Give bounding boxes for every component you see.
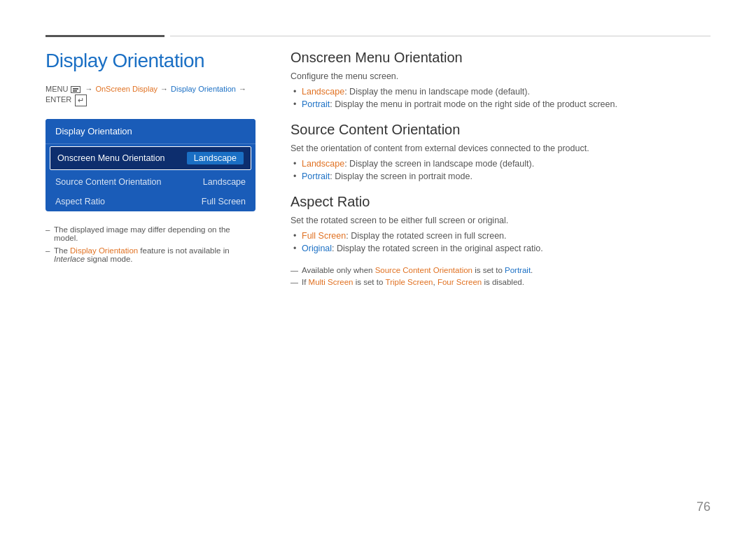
section-aspect-title: Aspect Ratio (290, 194, 710, 210)
breadcrumb: MENU → OnScreen Display → Display Orient… (46, 85, 255, 106)
page-number: 76 (696, 500, 710, 514)
rule-dark (46, 35, 164, 37)
menu-row-source-value: Landscape (203, 177, 246, 187)
rule-light (170, 36, 710, 36)
link-portrait-2: Portrait (302, 171, 330, 181)
breadcrumb-display: Display Orientation (171, 85, 236, 93)
section-source-title: Source Content Orientation (290, 122, 710, 138)
menu-box: Display Orientation Onscreen Menu Orient… (46, 119, 255, 211)
link-portrait-note: Portrait (505, 266, 531, 274)
section-source-desc: Set the orientation of content from exte… (290, 143, 710, 153)
link-fullscreen: Full Screen (302, 231, 346, 241)
menu-row-aspect[interactable]: Aspect Ratio Full Screen (46, 192, 255, 211)
link-four-screen: Four Screen (438, 278, 482, 286)
note2-suffix: feature is not available in (138, 246, 229, 255)
content-area: Display Orientation MENU → OnScreen Disp… (46, 50, 710, 506)
note-1: The displayed image may differ depending… (46, 225, 255, 242)
page-title: Display Orientation (46, 50, 255, 72)
section-aspect-desc: Set the rotated screen to be either full… (290, 216, 710, 225)
right-column: Onscreen Menu Orientation Configure the … (290, 50, 710, 506)
top-rule (46, 35, 710, 37)
breadcrumb-sep1: → (85, 85, 92, 93)
breadcrumb-sep3: → (239, 85, 246, 93)
menu-box-title: Display Orientation (46, 119, 255, 144)
section-onscreen-desc: Configure the menu screen. (290, 71, 710, 81)
aspect-note-2: If Multi Screen is set to Triple Screen,… (290, 278, 710, 286)
note-2: The Display Orientation feature is not a… (46, 246, 255, 263)
section-onscreen: Onscreen Menu Orientation Configure the … (290, 50, 710, 109)
breadcrumb-onscreen: OnScreen Display (95, 85, 158, 93)
section-onscreen-bullets: Landscape: Display the menu in landscape… (290, 87, 710, 109)
link-portrait-1: Portrait (302, 99, 330, 109)
menu-row-source[interactable]: Source Content Orientation Landscape (46, 172, 255, 192)
link-original: Original (302, 244, 332, 253)
section-source: Source Content Orientation Set the orien… (290, 122, 710, 181)
breadcrumb-menu: MENU (46, 85, 68, 93)
menu-row-aspect-value: Full Screen (202, 197, 246, 206)
aspect-note-1: Available only when Source Content Orien… (290, 266, 710, 274)
page-container: Display Orientation MENU → OnScreen Disp… (0, 0, 756, 534)
section-aspect-bullets: Full Screen: Display the rotated screen … (290, 231, 710, 253)
menu-row-source-label: Source Content Orientation (55, 177, 161, 187)
bullet-source-landscape: Landscape: Display the screen in landsca… (290, 159, 710, 169)
note2-code: Interlace (54, 255, 85, 263)
notes-section: The displayed image may differ depending… (46, 225, 255, 263)
link-source-content-orientation: Source Content Orientation (375, 266, 472, 274)
note2-prefix: The (54, 246, 70, 255)
link-landscape-2: Landscape (302, 159, 344, 169)
menu-row-onscreen[interactable]: Onscreen Menu Orientation Landscape (50, 146, 251, 170)
breadcrumb-sep2: → (160, 85, 168, 93)
bullet-source-portrait: Portrait: Display the screen in portrait… (290, 171, 710, 181)
section-source-bullets: Landscape: Display the screen in landsca… (290, 159, 710, 181)
menu-row-aspect-label: Aspect Ratio (55, 197, 105, 206)
bullet-onscreen-landscape: Landscape: Display the menu in landscape… (290, 87, 710, 97)
link-landscape-1: Landscape (302, 87, 344, 97)
menu-icon (69, 85, 82, 93)
link-triple-screen: Triple Screen (386, 278, 433, 286)
menu-row-onscreen-value: Landscape (187, 152, 244, 164)
link-multi-screen: Multi Screen (309, 278, 354, 286)
note2-link: Display Orientation (70, 246, 138, 255)
bullet-aspect-original: Original: Display the rotated screen in … (290, 244, 710, 253)
note2-end: signal mode. (85, 255, 132, 263)
section-aspect: Aspect Ratio Set the rotated screen to b… (290, 194, 710, 286)
section-onscreen-title: Onscreen Menu Orientation (290, 50, 710, 66)
left-column: Display Orientation MENU → OnScreen Disp… (46, 50, 255, 506)
bullet-aspect-fullscreen: Full Screen: Display the rotated screen … (290, 231, 710, 241)
bullet-onscreen-portrait: Portrait: Display the menu in portrait m… (290, 99, 710, 109)
menu-row-onscreen-label: Onscreen Menu Orientation (57, 153, 165, 163)
breadcrumb-enter: ENTER ↵ (46, 94, 88, 106)
